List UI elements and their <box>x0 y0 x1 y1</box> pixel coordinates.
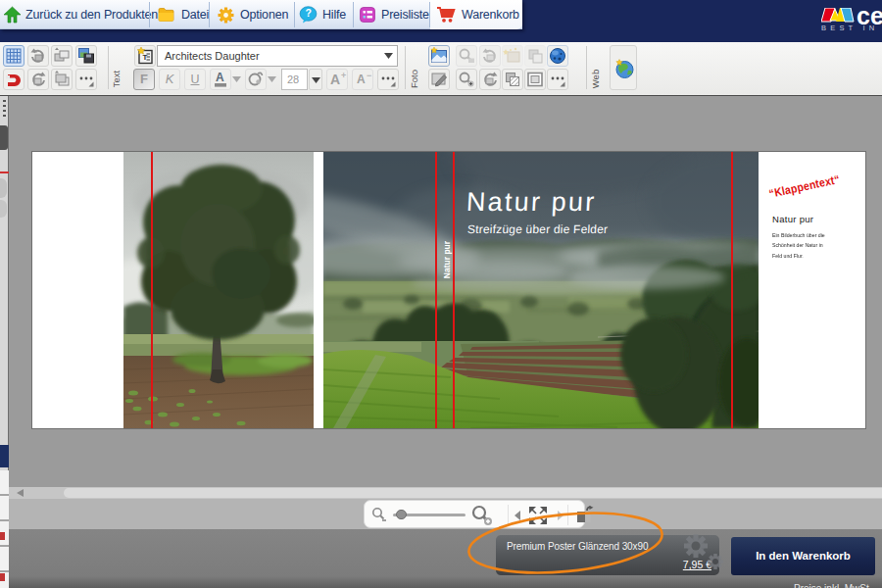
svg-text:A: A <box>216 71 224 84</box>
svg-text:−: − <box>367 71 371 80</box>
svg-text:+: + <box>341 71 346 80</box>
svg-text:?: ? <box>305 7 311 19</box>
svg-text:A: A <box>357 73 366 86</box>
svg-text:A: A <box>330 72 340 87</box>
